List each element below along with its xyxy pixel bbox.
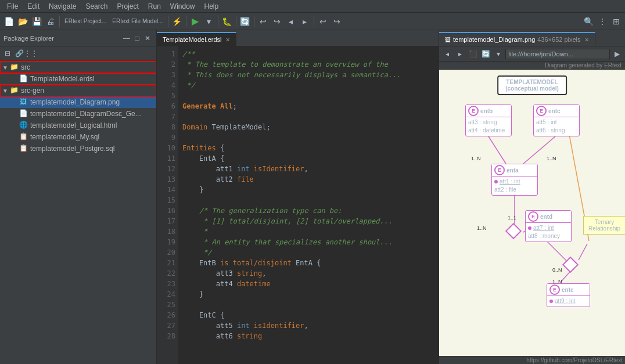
menu-run[interactable]: Run	[143, 2, 166, 10]
open-button[interactable]: 📂	[16, 15, 29, 28]
menu-help[interactable]: Help	[200, 2, 224, 10]
sep4	[218, 16, 218, 27]
preview-tab-label: templatemodel_Diagram.png	[453, 36, 535, 43]
erd-entity-entd: E entd att7 : int att8 : money	[525, 210, 572, 242]
sidebar-view-menu[interactable]: ⋮⋮	[26, 48, 36, 59]
menu-edit[interactable]: Edit	[23, 2, 44, 10]
search-toolbar-button[interactable]: 🔍	[582, 15, 595, 28]
go-button[interactable]: ▶	[611, 48, 623, 60]
sidebar-title: Package Explorer	[3, 35, 121, 42]
save-button[interactable]: 💾	[30, 15, 43, 28]
erd-entity-entb: E entb att3 : string att4 : datetime	[465, 104, 512, 136]
entd-body: att7 : int att8 : money	[526, 223, 571, 242]
line-num-18: 18	[157, 226, 175, 237]
card-1n-left: 1..N	[471, 156, 481, 161]
menu-project[interactable]: Project	[112, 2, 143, 10]
entb-attr2: att4 : datetime	[468, 127, 509, 135]
tree-label-desc: templatemodel_DiagramDesc_Ge...	[30, 110, 141, 118]
sep1	[59, 16, 60, 27]
ertext-file-button[interactable]: ERtext File Model...	[110, 15, 165, 28]
tree-label-srcgen: src-gen	[21, 87, 44, 95]
main-area: Package Explorer — □ ✕ ⊟ 🔗 ⋮⋮ ▼ 📁 src 📄 …	[0, 30, 625, 364]
enta-circle: E	[494, 165, 505, 175]
menu-file[interactable]: File	[2, 2, 23, 10]
tree-item-mysql[interactable]: 📋 templatemodel_My.sql	[0, 131, 156, 143]
url-input[interactable]	[505, 49, 610, 59]
entc-body: att5 : int att6 : string	[534, 117, 579, 136]
print-button[interactable]: 🖨	[44, 15, 57, 28]
url-dropdown[interactable]: ▾	[493, 48, 504, 60]
enta-attr1: att1 : int	[494, 178, 535, 186]
entc-circle: E	[536, 106, 547, 116]
entc-attr1: att5 : int	[536, 118, 577, 127]
tree-item-src[interactable]: ▼ 📁 src	[0, 62, 156, 73]
line-num-1: 1	[157, 49, 175, 59]
file-sql-icon: 📋	[19, 132, 28, 142]
entd-attr2: att8 : money	[528, 232, 569, 240]
close-sidebar-button[interactable]: ✕	[142, 33, 153, 44]
line-num-17: 17	[157, 216, 175, 226]
menu-search[interactable]: Search	[81, 2, 112, 10]
menu-navigate[interactable]: Navigate	[44, 2, 81, 10]
entb-label: entb	[480, 108, 493, 114]
forward-button[interactable]: ▸	[299, 15, 311, 28]
generate-button[interactable]: ⚡	[171, 15, 184, 28]
minimize-sidebar-button[interactable]: —	[121, 33, 132, 44]
forward-preview-button[interactable]: ▸	[454, 48, 466, 60]
tree-item-src-gen[interactable]: ▼ 📁 src-gen	[0, 85, 156, 96]
editor-tab-templatemodel[interactable]: TemplateModel.erdsl ✕	[157, 32, 236, 46]
editor-tabs: TemplateModel.erdsl ✕	[157, 30, 439, 46]
line-num-7: 7	[157, 111, 175, 122]
tree-item-diagramdesc[interactable]: 📄 templatemodel_DiagramDesc_Ge...	[0, 108, 156, 120]
tree-label-mysql: templatemodel_My.sql	[30, 133, 99, 141]
erd-entity-entc: E entc att5 : int att6 : string	[533, 104, 580, 136]
code-editor[interactable]: /** * The template to demonstrate an ove…	[178, 46, 439, 364]
undo-button[interactable]: ↩	[257, 15, 270, 28]
refresh-button[interactable]: 🔄	[239, 15, 252, 28]
ente-label: ente	[562, 287, 574, 293]
entd-label: entd	[540, 214, 552, 220]
sidebar-toolbar: ⊟ 🔗 ⋮⋮	[0, 46, 156, 60]
ente-circle: E	[549, 284, 560, 295]
run-button[interactable]: ▶	[189, 15, 202, 28]
run-dropdown[interactable]: ▾	[203, 15, 215, 28]
toolbar-menu-button[interactable]: ⋮	[596, 15, 609, 28]
line-num-13: 13	[157, 174, 175, 185]
entd-attr1: att7 : int	[528, 224, 569, 232]
next-edit-button[interactable]: ↪	[331, 15, 343, 28]
link-editor-button[interactable]: 🔗	[14, 48, 24, 59]
perspective-button[interactable]: ⊞	[610, 15, 623, 28]
tree-item-logical[interactable]: 🌐 templatemodel_Logical.html	[0, 120, 156, 131]
stop-preview-button[interactable]: ⬛	[467, 48, 479, 60]
enta-header: E enta	[492, 164, 537, 176]
sep7	[314, 16, 314, 27]
preview-tab-diagram[interactable]: 🖼 templatemodel_Diagram.png 436×652 pixe…	[439, 32, 595, 46]
preview-toolbar: ◂ ▸ ⬛ 🔄 ▾ ▶	[439, 46, 625, 62]
debug-button[interactable]: 🐛	[221, 15, 234, 28]
preview-tab-close[interactable]: ✕	[584, 37, 589, 43]
erd-diagram: TEMPLATEMODEL (conceptual model)	[439, 70, 625, 356]
new-button[interactable]: 📄	[2, 15, 15, 28]
card-11: 1..1	[508, 215, 516, 221]
line-num-8: 8	[157, 122, 175, 132]
tree-item-templatemodel-erdsl[interactable]: 📄 TemplateModel.erdsl	[0, 73, 156, 85]
enta-body: att1 : int att2 : file	[492, 176, 537, 195]
enta-label: enta	[507, 167, 519, 174]
back-button[interactable]: ◂	[285, 15, 297, 28]
ertext-project-button[interactable]: ERtext Project...	[62, 15, 109, 28]
back-preview-button[interactable]: ◂	[441, 48, 453, 60]
collapse-all-button[interactable]: ⊟	[2, 48, 13, 59]
tree-item-diagram-png[interactable]: 🖼 templatemodel_Diagram.png	[0, 96, 156, 108]
menu-window[interactable]: Window	[166, 2, 200, 10]
editor-content: 1 2 3 4 5 6 7 8 9 10 11 12 13 14 15 16 1…	[157, 46, 439, 364]
editor-tab-close[interactable]: ✕	[225, 37, 230, 43]
tree-item-postgre[interactable]: 📋 templatemodel_Postgre.sql	[0, 143, 156, 154]
svg-line-4	[547, 241, 567, 261]
file-desc-icon: 📄	[19, 109, 28, 118]
card-1n-enta: 1..N	[477, 225, 487, 231]
prev-edit-button[interactable]: ↩	[317, 15, 329, 28]
refresh-preview-button[interactable]: 🔄	[480, 48, 491, 60]
maximize-sidebar-button[interactable]: □	[132, 33, 142, 44]
redo-button[interactable]: ↪	[271, 15, 283, 28]
line-num-9: 9	[157, 132, 175, 143]
